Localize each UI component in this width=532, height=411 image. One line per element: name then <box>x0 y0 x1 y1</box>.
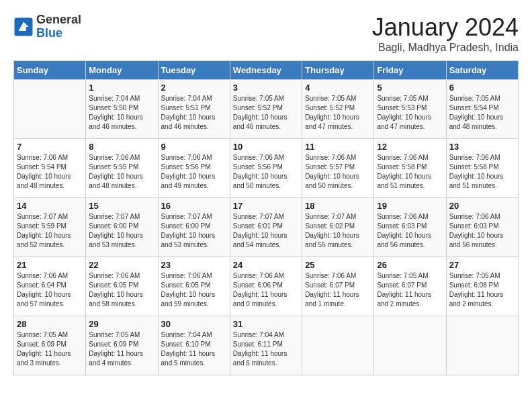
day-number: 29 <box>89 319 154 329</box>
day-info: Sunrise: 7:07 AMSunset: 6:00 PMDaylight:… <box>89 212 154 250</box>
day-info: Sunrise: 7:05 AMSunset: 6:09 PMDaylight:… <box>17 330 83 368</box>
calendar-cell: 10Sunrise: 7:06 AMSunset: 5:56 PMDayligh… <box>230 139 302 198</box>
logo-icon <box>13 17 34 37</box>
day-number: 21 <box>17 260 83 270</box>
day-number: 25 <box>305 260 371 270</box>
day-number: 16 <box>161 201 227 211</box>
calendar-cell: 7Sunrise: 7:06 AMSunset: 5:54 PMDaylight… <box>14 139 86 198</box>
day-info: Sunrise: 7:07 AMSunset: 6:02 PMDaylight:… <box>305 212 371 250</box>
calendar-cell: 25Sunrise: 7:06 AMSunset: 6:07 PMDayligh… <box>302 257 374 316</box>
day-info: Sunrise: 7:07 AMSunset: 5:59 PMDaylight:… <box>17 212 83 250</box>
calendar-cell <box>14 80 86 139</box>
day-number: 6 <box>449 83 515 93</box>
day-info: Sunrise: 7:06 AMSunset: 6:05 PMDaylight:… <box>89 271 154 309</box>
calendar-cell: 31Sunrise: 7:04 AMSunset: 6:11 PMDayligh… <box>230 316 302 375</box>
day-number: 5 <box>377 83 443 93</box>
calendar-cell: 21Sunrise: 7:06 AMSunset: 6:04 PMDayligh… <box>14 257 86 316</box>
day-info: Sunrise: 7:05 AMSunset: 5:54 PMDaylight:… <box>449 94 515 132</box>
day-info: Sunrise: 7:05 AMSunset: 5:53 PMDaylight:… <box>377 94 443 132</box>
day-number: 30 <box>161 319 227 329</box>
day-info: Sunrise: 7:06 AMSunset: 5:54 PMDaylight:… <box>17 153 83 191</box>
calendar-cell: 6Sunrise: 7:05 AMSunset: 5:54 PMDaylight… <box>446 80 518 139</box>
calendar-day-header: Friday <box>374 61 446 80</box>
day-info: Sunrise: 7:06 AMSunset: 5:57 PMDaylight:… <box>305 153 371 191</box>
day-info: Sunrise: 7:04 AMSunset: 6:10 PMDaylight:… <box>161 330 227 368</box>
day-info: Sunrise: 7:06 AMSunset: 5:55 PMDaylight:… <box>89 153 154 191</box>
calendar-cell: 9Sunrise: 7:06 AMSunset: 5:56 PMDaylight… <box>158 139 230 198</box>
day-info: Sunrise: 7:06 AMSunset: 6:03 PMDaylight:… <box>449 212 515 250</box>
day-info: Sunrise: 7:07 AMSunset: 6:00 PMDaylight:… <box>161 212 227 250</box>
calendar-cell: 8Sunrise: 7:06 AMSunset: 5:55 PMDaylight… <box>86 139 158 198</box>
day-info: Sunrise: 7:04 AMSunset: 6:11 PMDaylight:… <box>233 330 299 368</box>
calendar-cell: 13Sunrise: 7:06 AMSunset: 5:58 PMDayligh… <box>446 139 518 198</box>
day-info: Sunrise: 7:06 AMSunset: 6:06 PMDaylight:… <box>233 271 299 309</box>
day-info: Sunrise: 7:05 AMSunset: 5:52 PMDaylight:… <box>305 94 371 132</box>
calendar-cell: 14Sunrise: 7:07 AMSunset: 5:59 PMDayligh… <box>14 198 86 257</box>
calendar-cell: 16Sunrise: 7:07 AMSunset: 6:00 PMDayligh… <box>158 198 230 257</box>
logo-general: General <box>36 13 81 27</box>
day-number: 15 <box>89 201 154 211</box>
logo-text: General Blue <box>36 13 81 40</box>
day-info: Sunrise: 7:05 AMSunset: 5:52 PMDaylight:… <box>233 94 299 132</box>
calendar-day-header: Thursday <box>302 61 374 80</box>
day-info: Sunrise: 7:06 AMSunset: 5:56 PMDaylight:… <box>233 153 299 191</box>
day-info: Sunrise: 7:05 AMSunset: 6:07 PMDaylight:… <box>377 271 443 309</box>
calendar-cell: 26Sunrise: 7:05 AMSunset: 6:07 PMDayligh… <box>374 257 446 316</box>
page-header: General Blue January 2024 Bagli, Madhya … <box>13 13 519 54</box>
calendar-cell: 24Sunrise: 7:06 AMSunset: 6:06 PMDayligh… <box>230 257 302 316</box>
day-number: 23 <box>161 260 227 270</box>
day-info: Sunrise: 7:07 AMSunset: 6:01 PMDaylight:… <box>233 212 299 250</box>
calendar-cell: 4Sunrise: 7:05 AMSunset: 5:52 PMDaylight… <box>302 80 374 139</box>
day-number: 8 <box>89 142 154 152</box>
calendar-cell: 27Sunrise: 7:05 AMSunset: 6:08 PMDayligh… <box>446 257 518 316</box>
day-info: Sunrise: 7:05 AMSunset: 6:09 PMDaylight:… <box>89 330 154 368</box>
day-info: Sunrise: 7:06 AMSunset: 5:56 PMDaylight:… <box>161 153 227 191</box>
day-number: 26 <box>377 260 443 270</box>
calendar-cell: 19Sunrise: 7:06 AMSunset: 6:03 PMDayligh… <box>374 198 446 257</box>
calendar-cell: 1Sunrise: 7:04 AMSunset: 5:50 PMDaylight… <box>86 80 158 139</box>
day-info: Sunrise: 7:05 AMSunset: 6:08 PMDaylight:… <box>449 271 515 309</box>
day-number: 19 <box>377 201 443 211</box>
day-info: Sunrise: 7:04 AMSunset: 5:51 PMDaylight:… <box>161 94 227 132</box>
calendar-week-row: 28Sunrise: 7:05 AMSunset: 6:09 PMDayligh… <box>14 316 519 375</box>
day-number: 9 <box>161 142 227 152</box>
calendar-cell: 2Sunrise: 7:04 AMSunset: 5:51 PMDaylight… <box>158 80 230 139</box>
day-info: Sunrise: 7:06 AMSunset: 6:07 PMDaylight:… <box>305 271 371 309</box>
month-title: January 2024 <box>372 13 519 42</box>
day-number: 12 <box>377 142 443 152</box>
calendar-cell: 3Sunrise: 7:05 AMSunset: 5:52 PMDaylight… <box>230 80 302 139</box>
day-number: 22 <box>89 260 154 270</box>
day-number: 2 <box>161 83 227 93</box>
day-info: Sunrise: 7:06 AMSunset: 6:03 PMDaylight:… <box>377 212 443 250</box>
day-number: 4 <box>305 83 371 93</box>
calendar-day-header: Wednesday <box>230 61 302 80</box>
calendar-day-header: Sunday <box>14 61 86 80</box>
calendar-cell: 18Sunrise: 7:07 AMSunset: 6:02 PMDayligh… <box>302 198 374 257</box>
calendar-day-header: Saturday <box>446 61 518 80</box>
day-info: Sunrise: 7:06 AMSunset: 5:58 PMDaylight:… <box>377 153 443 191</box>
day-number: 18 <box>305 201 371 211</box>
calendar-cell: 29Sunrise: 7:05 AMSunset: 6:09 PMDayligh… <box>86 316 158 375</box>
day-number: 1 <box>89 83 154 93</box>
day-info: Sunrise: 7:04 AMSunset: 5:50 PMDaylight:… <box>89 94 154 132</box>
day-info: Sunrise: 7:06 AMSunset: 5:58 PMDaylight:… <box>449 153 515 191</box>
calendar-day-header: Tuesday <box>158 61 230 80</box>
calendar-week-row: 14Sunrise: 7:07 AMSunset: 5:59 PMDayligh… <box>14 198 519 257</box>
day-number: 13 <box>449 142 515 152</box>
calendar-week-row: 21Sunrise: 7:06 AMSunset: 6:04 PMDayligh… <box>14 257 519 316</box>
day-number: 31 <box>233 319 299 329</box>
calendar-week-row: 7Sunrise: 7:06 AMSunset: 5:54 PMDaylight… <box>14 139 519 198</box>
calendar-cell: 17Sunrise: 7:07 AMSunset: 6:01 PMDayligh… <box>230 198 302 257</box>
calendar-cell: 30Sunrise: 7:04 AMSunset: 6:10 PMDayligh… <box>158 316 230 375</box>
calendar-table: SundayMondayTuesdayWednesdayThursdayFrid… <box>13 60 519 375</box>
day-number: 11 <box>305 142 371 152</box>
calendar-header-row: SundayMondayTuesdayWednesdayThursdayFrid… <box>14 61 519 80</box>
calendar-cell <box>302 316 374 375</box>
day-number: 28 <box>17 319 83 329</box>
calendar-cell: 11Sunrise: 7:06 AMSunset: 5:57 PMDayligh… <box>302 139 374 198</box>
location-subtitle: Bagli, Madhya Pradesh, India <box>372 42 519 54</box>
calendar-cell: 22Sunrise: 7:06 AMSunset: 6:05 PMDayligh… <box>86 257 158 316</box>
day-info: Sunrise: 7:06 AMSunset: 6:05 PMDaylight:… <box>161 271 227 309</box>
calendar-cell: 23Sunrise: 7:06 AMSunset: 6:05 PMDayligh… <box>158 257 230 316</box>
calendar-cell: 12Sunrise: 7:06 AMSunset: 5:58 PMDayligh… <box>374 139 446 198</box>
